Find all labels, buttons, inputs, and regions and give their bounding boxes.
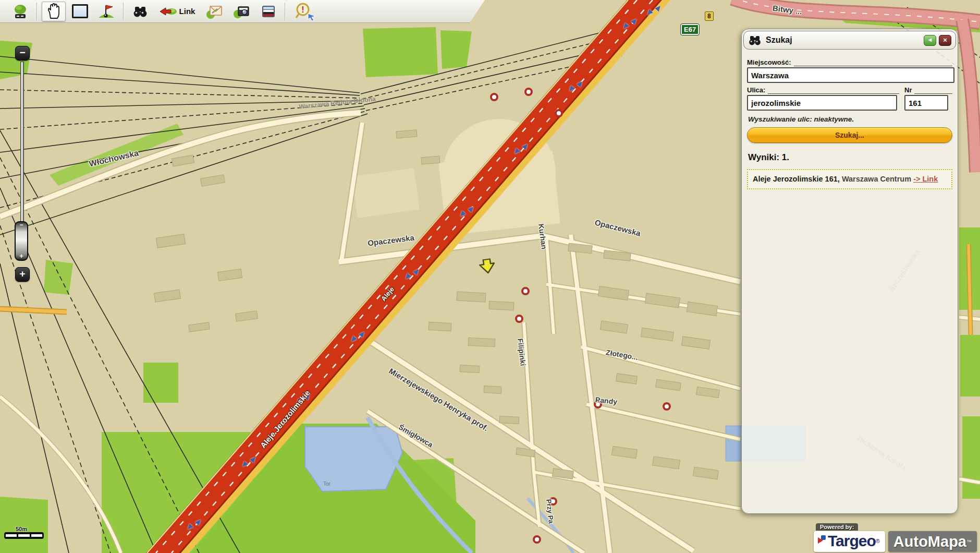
snapshot-button[interactable] — [229, 2, 254, 21]
search-tool-button[interactable] — [128, 2, 152, 21]
toolbar-separator — [36, 3, 38, 20]
street-label: Ulica: — [747, 86, 765, 94]
city-input[interactable] — [747, 67, 954, 83]
handle-plus-mark: + — [16, 253, 27, 260]
pan-tool-button[interactable] — [42, 2, 66, 21]
collapse-panel-button[interactable]: ◄ — [924, 35, 936, 46]
street-search-status: Wyszukiwanie ulic: nieaktywne. — [748, 115, 952, 123]
map-scale: 50m — [4, 526, 44, 539]
trademark-mark: ™ — [966, 539, 972, 545]
layers-button[interactable] — [256, 2, 280, 21]
scale-text: 50m — [16, 526, 44, 532]
send-mail-button[interactable] — [202, 2, 227, 21]
targeo-wordmark: Targeo — [828, 532, 876, 550]
handle-minus-mark: − — [16, 222, 27, 228]
label-rule — [914, 88, 952, 94]
search-panel-header: Szukaj ◄ × — [743, 31, 956, 50]
street-input[interactable] — [747, 95, 897, 111]
tree-map-icon — [12, 3, 29, 20]
zoom-out-button[interactable]: − — [15, 46, 30, 61]
link-button-label: Link — [179, 7, 195, 16]
binoculars-icon — [748, 34, 762, 46]
national-road-shield: 8 — [705, 11, 714, 21]
hand-icon — [46, 3, 62, 20]
e67-route-shield: E67 — [681, 24, 699, 35]
svg-text:!: ! — [301, 5, 304, 14]
branding: Powered by: Targeo ® AutoMapa ™ — [814, 522, 977, 552]
registered-mark: ® — [876, 538, 880, 544]
search-panel: Szukaj ◄ × Miejscowość: Ulica: — [741, 29, 958, 514]
toolbar: Link — [0, 0, 485, 23]
result-city: Warszawa Centrum — [842, 175, 911, 183]
camera-icon — [233, 3, 251, 20]
panel-title: Szukaj — [766, 35, 921, 45]
route-flag-button[interactable] — [94, 2, 119, 21]
search-result-item[interactable]: Aleje Jerozolimskie 161, Warszawa Centru… — [747, 169, 952, 189]
results-count-label: Wyniki: 1. — [748, 152, 952, 163]
label-rule — [768, 88, 899, 94]
targeo-icon — [818, 535, 826, 547]
envelope-icon — [206, 3, 224, 20]
search-result-marker-icon — [479, 258, 497, 278]
zoom-selection-button[interactable] — [68, 2, 92, 21]
overview-map-button[interactable] — [8, 2, 32, 21]
targeo-logo[interactable]: Targeo ® — [814, 531, 885, 552]
layers-icon — [261, 4, 276, 19]
route-flag-icon — [97, 3, 115, 20]
zoom-slider-track[interactable] — [20, 62, 24, 222]
binoculars-icon — [132, 3, 149, 20]
link-arrow-icon — [160, 4, 177, 19]
map-application: E67 8 Włochowska Warszawa Reduta Ordona … — [0, 0, 980, 553]
zoom-slider-handle[interactable]: − + — [15, 221, 28, 261]
selection-rectangle-icon — [72, 4, 88, 18]
close-panel-button[interactable]: × — [939, 35, 951, 46]
automapa-logo[interactable]: AutoMapa ™ — [888, 531, 977, 552]
result-link[interactable]: -> Link — [913, 175, 938, 183]
result-address: Aleje Jerozolimskie 161, — [753, 175, 840, 183]
label-rule — [794, 60, 952, 66]
map-link-button[interactable]: Link — [154, 2, 200, 21]
powered-by-label: Powered by: — [816, 523, 858, 531]
scale-bar — [4, 532, 44, 539]
toolbar-separator — [285, 3, 286, 20]
number-label: Nr — [904, 86, 912, 94]
house-number-input[interactable] — [904, 95, 948, 111]
toolbar-separator — [123, 3, 124, 20]
city-label: Miejscowość: — [747, 58, 791, 66]
poi-info-icon: ! — [294, 2, 319, 21]
zoom-in-button[interactable]: + — [15, 267, 30, 282]
poi-info-button[interactable]: ! — [290, 2, 323, 21]
search-submit-button[interactable]: Szukaj... — [747, 127, 952, 143]
automapa-wordmark: AutoMapa — [893, 533, 966, 550]
search-panel-body: Miejscowość: Ulica: Nr — [742, 51, 958, 189]
